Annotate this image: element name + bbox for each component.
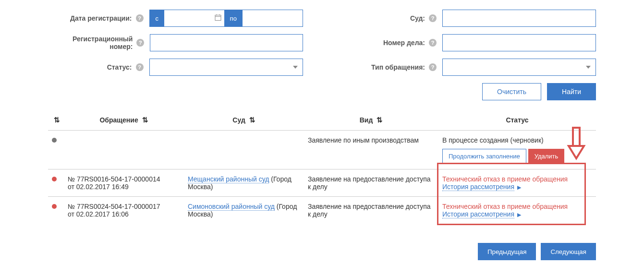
- reg-num-input[interactable]: [150, 34, 303, 51]
- table-row: № 77RS0016-504-17-0000014 от 02.02.2017 …: [48, 169, 596, 197]
- sort-icon: ⇅: [54, 116, 60, 124]
- row-court: Суд: ?: [341, 10, 596, 27]
- cell-status: Технический отказ в приеме обращения Ист…: [438, 169, 596, 197]
- date-to-label: по: [224, 10, 243, 26]
- cell-kind: Заявление на предоставление доступа к де…: [304, 169, 438, 197]
- court-input[interactable]: [442, 10, 596, 27]
- label-reg-num: Регистрационный номер:: [48, 35, 135, 50]
- prev-button[interactable]: Предыдущая: [478, 243, 536, 260]
- svg-rect-4: [573, 128, 580, 146]
- row-type: Тип обращения: ?: [341, 59, 596, 76]
- case-num-input[interactable]: [442, 34, 596, 51]
- date-range-input: с по: [149, 10, 303, 27]
- clear-button[interactable]: Очистить: [482, 83, 541, 100]
- results-table: ⇅ Обращение ⇅ Суд ⇅ Вид ⇅ Статус Заявлен…: [48, 110, 596, 224]
- table-row: № 77RS0024-504-17-0000017 от 02.02.2017 …: [48, 197, 596, 224]
- col-court[interactable]: Суд ⇅: [184, 110, 304, 131]
- date-from-input[interactable]: [164, 10, 224, 26]
- label-court: Суд:: [410, 14, 428, 22]
- pager: Предыдущая Следующая: [48, 243, 596, 260]
- row-status: Статус: ?: [48, 59, 303, 76]
- help-icon[interactable]: ?: [136, 63, 144, 71]
- status-select[interactable]: [149, 59, 303, 76]
- cell-request: № 77RS0024-504-17-0000017 от 02.02.2017 …: [64, 197, 184, 224]
- col-dot[interactable]: ⇅: [48, 110, 64, 131]
- status-dot-icon: [52, 138, 57, 143]
- table-row: Заявление по иным производствам В процес…: [48, 131, 596, 169]
- row-reg-date: Дата регистрации: ? с по: [48, 10, 303, 27]
- status-dot-icon: [52, 204, 57, 209]
- triangle-right-icon: ▶: [517, 212, 521, 218]
- col-request[interactable]: Обращение ⇅: [64, 110, 184, 131]
- svg-rect-0: [215, 15, 221, 21]
- status-dot-icon: [52, 177, 57, 181]
- sort-icon: ⇅: [249, 116, 255, 124]
- cell-status: Технический отказ в приеме обращения Ист…: [438, 197, 596, 224]
- help-icon[interactable]: ?: [429, 14, 437, 22]
- sort-icon: ⇅: [142, 116, 148, 124]
- history-link[interactable]: История рассмотрения: [442, 210, 514, 218]
- delete-button[interactable]: Удалить: [528, 149, 565, 163]
- chevron-down-icon: [586, 66, 591, 69]
- sort-icon: ⇅: [377, 116, 383, 124]
- col-kind[interactable]: Вид ⇅: [304, 110, 438, 131]
- court-link[interactable]: Симоновский районный суд: [188, 203, 275, 211]
- calendar-icon[interactable]: [215, 14, 221, 23]
- cell-court: Мещанский районный суд (Город Москва): [184, 169, 304, 197]
- label-case-num: Номер дела:: [383, 39, 428, 47]
- cell-kind: Заявление по иным производствам: [304, 131, 438, 169]
- find-button[interactable]: Найти: [547, 83, 596, 100]
- row-reg-num: Регистрационный номер: ?: [48, 34, 303, 51]
- help-icon[interactable]: ?: [136, 14, 144, 22]
- filter-form: Дата регистрации: ? с по Суд: ? Регистра…: [48, 10, 596, 100]
- help-icon[interactable]: ?: [136, 39, 144, 47]
- cell-request: № 77RS0016-504-17-0000014 от 02.02.2017 …: [64, 169, 184, 197]
- help-icon[interactable]: ?: [429, 63, 437, 71]
- history-link[interactable]: История рассмотрения: [442, 183, 514, 191]
- date-from-label: с: [150, 10, 165, 26]
- cell-request: [64, 131, 184, 169]
- cell-court: Симоновский районный суд (Город Москва): [184, 197, 304, 224]
- next-button[interactable]: Следующая: [541, 243, 596, 260]
- row-case-num: Номер дела: ?: [341, 34, 596, 51]
- court-link[interactable]: Мещанский районный суд: [188, 175, 269, 183]
- filter-buttons: Очистить Найти: [341, 83, 596, 100]
- label-type: Тип обращения:: [371, 63, 428, 71]
- annotation-arrow-icon: [567, 127, 586, 162]
- chevron-down-icon: [293, 66, 298, 69]
- date-to-input[interactable]: [243, 10, 303, 26]
- cell-court: [184, 131, 304, 169]
- help-icon[interactable]: ?: [429, 39, 437, 47]
- svg-marker-5: [569, 146, 584, 158]
- label-status: Статус:: [107, 63, 135, 71]
- label-reg-date: Дата регистрации:: [70, 14, 135, 22]
- cell-kind: Заявление на предоставление доступа к де…: [304, 197, 438, 224]
- type-select[interactable]: [442, 59, 596, 76]
- triangle-right-icon: ▶: [517, 184, 521, 191]
- continue-button[interactable]: Продолжить заполнение: [442, 149, 526, 163]
